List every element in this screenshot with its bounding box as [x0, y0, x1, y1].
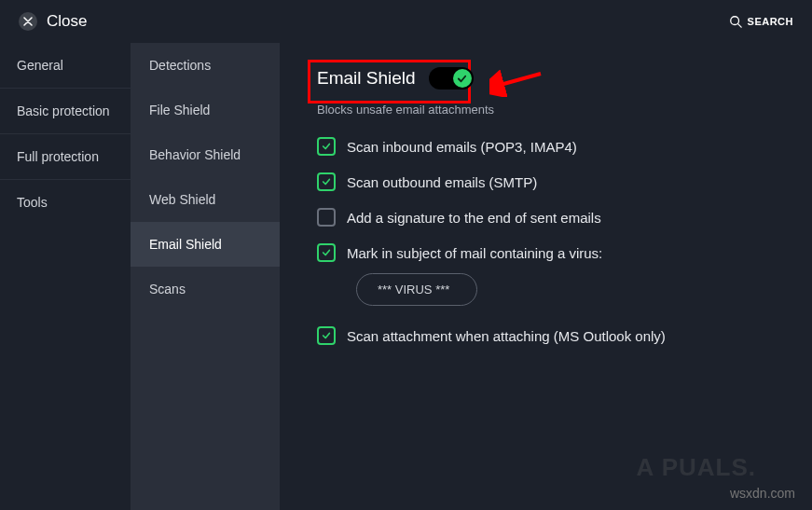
close-icon	[19, 12, 37, 31]
checkbox-mark-subject[interactable]	[317, 243, 336, 262]
option-label: Add a signature to the end of sent email…	[347, 210, 601, 226]
sidebar-item-file-shield[interactable]: File Shield	[131, 88, 280, 132]
sidebar-item-general[interactable]: General	[0, 43, 131, 89]
sidebar-item-tools[interactable]: Tools	[0, 180, 131, 225]
main-panel: Email Shield Blocks unsafe email attachm…	[280, 43, 812, 510]
virus-subject-field-wrapper: *** VIRUS ***	[356, 273, 784, 306]
checkbox-scan-inbound[interactable]	[317, 137, 336, 156]
option-scan-attachment: Scan attachment when attaching (MS Outlo…	[317, 326, 784, 345]
sidebar-secondary: Detections File Shield Behavior Shield W…	[131, 43, 280, 510]
check-icon	[322, 177, 331, 186]
search-label: SEARCH	[748, 16, 793, 27]
checkbox-scan-outbound[interactable]	[317, 172, 336, 191]
option-add-signature: Add a signature to the end of sent email…	[317, 208, 784, 227]
option-label: Scan inbound emails (POP3, IMAP4)	[347, 139, 577, 155]
check-icon	[457, 74, 467, 84]
option-label: Scan attachment when attaching (MS Outlo…	[347, 328, 666, 344]
sidebar-item-detections[interactable]: Detections	[131, 43, 280, 88]
sidebar-item-full-protection[interactable]: Full protection	[0, 134, 131, 180]
content: General Basic protection Full protection…	[0, 43, 812, 510]
shield-description: Blocks unsafe email attachments	[317, 103, 784, 117]
sidebar-item-web-shield[interactable]: Web Shield	[131, 177, 280, 222]
sidebar-item-email-shield[interactable]: Email Shield	[131, 222, 280, 267]
option-scan-inbound: Scan inbound emails (POP3, IMAP4)	[317, 137, 784, 156]
close-button[interactable]: Close	[19, 12, 87, 31]
check-icon	[322, 248, 331, 257]
option-label: Scan outbound emails (SMTP)	[347, 174, 537, 190]
close-label: Close	[47, 12, 87, 31]
page-title: Email Shield	[317, 68, 416, 89]
header: Close SEARCH	[0, 0, 812, 43]
sidebar-primary: General Basic protection Full protection…	[0, 43, 131, 510]
search-button[interactable]: SEARCH	[729, 15, 793, 28]
search-icon	[729, 15, 742, 28]
check-icon	[322, 331, 331, 340]
check-icon	[322, 142, 331, 151]
checkbox-add-signature[interactable]	[317, 208, 336, 227]
toggle-thumb	[453, 69, 472, 88]
email-shield-toggle[interactable]	[429, 67, 474, 90]
checkbox-scan-attachment[interactable]	[317, 326, 336, 345]
svg-line-1	[737, 24, 741, 28]
option-mark-subject: Mark in subject of mail containing a vir…	[317, 243, 784, 262]
sidebar-item-basic-protection[interactable]: Basic protection	[0, 89, 131, 134]
option-label: Mark in subject of mail containing a vir…	[347, 245, 602, 261]
sidebar-item-scans[interactable]: Scans	[131, 267, 280, 311]
sidebar-item-behavior-shield[interactable]: Behavior Shield	[131, 132, 280, 177]
option-scan-outbound: Scan outbound emails (SMTP)	[317, 172, 784, 191]
shield-title-row: Email Shield	[308, 62, 784, 95]
virus-subject-input[interactable]: *** VIRUS ***	[356, 273, 477, 306]
